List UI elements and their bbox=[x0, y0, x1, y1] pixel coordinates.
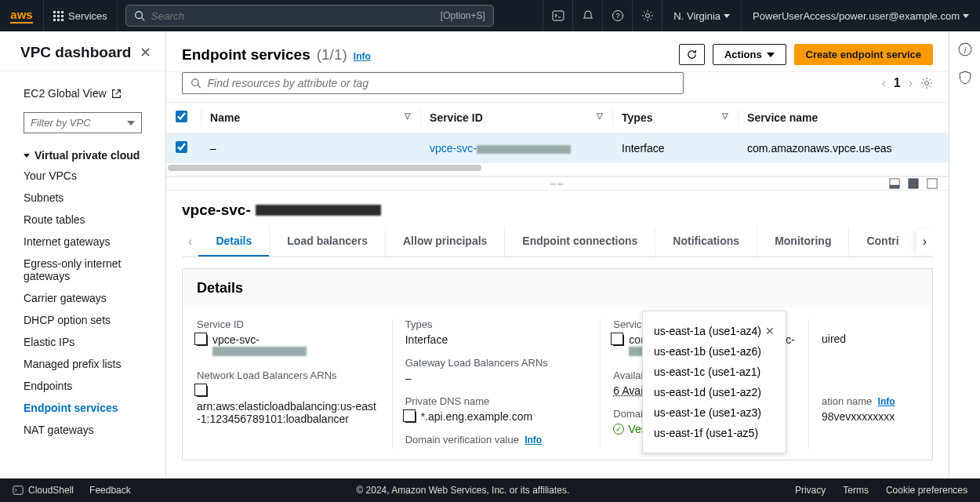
chevron-down-icon bbox=[724, 14, 730, 18]
services-menu[interactable]: Services bbox=[43, 0, 118, 31]
az-row: us-east-1e (use1-az3) bbox=[654, 402, 775, 423]
close-icon[interactable]: ✕ bbox=[140, 44, 151, 61]
tab[interactable]: Endpoint connections bbox=[504, 227, 655, 256]
prev-page-button[interactable]: ‹ bbox=[881, 76, 885, 90]
svg-rect-15 bbox=[13, 486, 23, 495]
tab[interactable]: Contri bbox=[848, 227, 916, 256]
account-menu[interactable]: PowerUserAccess/power.user@example.com bbox=[741, 0, 980, 31]
horizontal-scrollbar[interactable] bbox=[166, 163, 949, 176]
section-vpc[interactable]: Virtual private cloud bbox=[0, 146, 165, 165]
tab[interactable]: Load balancers bbox=[269, 227, 385, 256]
sidebar-item[interactable]: Route tables bbox=[0, 209, 165, 231]
settings-icon[interactable] bbox=[632, 0, 662, 31]
panel-bottom-icon[interactable] bbox=[889, 178, 900, 189]
service-id-link[interactable]: vpce-svc- bbox=[430, 142, 571, 155]
sidebar-item[interactable]: Subnets bbox=[0, 187, 165, 209]
info-link[interactable]: Info bbox=[354, 51, 371, 62]
filter-by-vpc[interactable]: Filter by VPC bbox=[24, 112, 142, 133]
sidebar-item[interactable]: Egress-only internet gateways bbox=[0, 253, 165, 287]
label-nlb-arns: Network Load Balancers ARNs bbox=[197, 369, 379, 381]
select-all-checkbox[interactable] bbox=[176, 111, 187, 122]
resource-filter[interactable] bbox=[182, 72, 684, 94]
cloudshell-link[interactable]: CloudShell bbox=[13, 485, 74, 496]
sidebar: VPC dashboard ✕ EC2 Global View Filter b… bbox=[0, 31, 166, 478]
col-name[interactable]: Name bbox=[210, 111, 240, 124]
label-dvn: ation name Info bbox=[822, 395, 906, 407]
privacy-link[interactable]: Privacy bbox=[795, 485, 826, 496]
az-row: us-east-1a (use1-az4)✕ bbox=[654, 321, 775, 341]
sort-icon[interactable]: ▽ bbox=[597, 111, 603, 120]
account-label: PowerUserAccess/power.user@example.com bbox=[753, 10, 960, 22]
filter-input[interactable] bbox=[208, 77, 675, 89]
info-link[interactable]: Info bbox=[878, 396, 895, 407]
refresh-button[interactable] bbox=[679, 44, 705, 65]
endpoint-services-table: Name▽ Service ID▽ Types▽ Service name – … bbox=[166, 102, 949, 176]
search-input[interactable] bbox=[151, 10, 308, 22]
tabs-scroll-left[interactable]: ‹ bbox=[182, 230, 198, 253]
actions-button[interactable]: Actions bbox=[713, 44, 786, 65]
sidebar-item[interactable]: Internet gateways bbox=[0, 231, 165, 253]
sidebar-item[interactable]: Endpoint services bbox=[0, 397, 165, 419]
row-checkbox[interactable] bbox=[176, 141, 187, 153]
help-icon[interactable]: ? bbox=[602, 0, 632, 31]
value-nlb-arns bbox=[197, 384, 379, 397]
refresh-icon bbox=[686, 49, 698, 60]
aws-logo[interactable]: aws bbox=[0, 0, 43, 31]
next-page-button[interactable]: › bbox=[909, 76, 913, 90]
chevron-down-icon bbox=[127, 121, 135, 126]
sidebar-item[interactable]: Carrier gateways bbox=[0, 287, 165, 309]
sidebar-item[interactable]: Endpoints bbox=[0, 375, 165, 397]
tabs-scroll-right[interactable]: › bbox=[916, 230, 933, 253]
value-service-id: vpce-svc- bbox=[197, 333, 379, 358]
feedback-link[interactable]: Feedback bbox=[89, 485, 131, 496]
cloudshell-icon[interactable] bbox=[543, 0, 572, 31]
info-icon[interactable]: i bbox=[958, 42, 972, 56]
sort-icon[interactable]: ▽ bbox=[722, 111, 728, 120]
col-service-name[interactable]: Service name bbox=[747, 111, 818, 124]
panel-splitter[interactable]: ══ bbox=[166, 176, 949, 191]
create-endpoint-service-button[interactable]: Create endpoint service bbox=[794, 44, 933, 65]
value-dvn: 98vevxxxxxxxx bbox=[822, 410, 906, 423]
tab[interactable]: Notifications bbox=[655, 227, 757, 256]
sidebar-title: VPC dashboard bbox=[20, 44, 131, 61]
info-link[interactable]: Info bbox=[524, 435, 542, 446]
sidebar-item[interactable]: NAT gateways bbox=[0, 419, 165, 441]
az-row: us-east-1f (use1-az5) bbox=[654, 423, 775, 443]
copy-icon[interactable] bbox=[197, 335, 208, 346]
notifications-icon[interactable] bbox=[572, 0, 602, 31]
sidebar-item[interactable]: Your VPCs bbox=[0, 165, 165, 187]
panel-close-icon[interactable] bbox=[927, 178, 938, 189]
sidebar-item[interactable]: Elastic IPs bbox=[0, 331, 165, 353]
services-label: Services bbox=[68, 10, 107, 22]
close-icon[interactable]: ✕ bbox=[765, 325, 775, 337]
col-service-id[interactable]: Service ID bbox=[430, 111, 483, 124]
section-label: Virtual private cloud bbox=[34, 149, 140, 162]
panel-full-icon[interactable] bbox=[908, 178, 919, 189]
ec2-global-view-link[interactable]: EC2 Global View bbox=[0, 82, 165, 104]
tab[interactable]: Allow principals bbox=[385, 227, 504, 256]
table-row[interactable]: – vpce-svc- Interface com.amazonaws.vpce… bbox=[166, 133, 949, 164]
copy-icon[interactable] bbox=[613, 335, 624, 346]
col-types[interactable]: Types bbox=[622, 111, 652, 124]
terms-link[interactable]: Terms bbox=[843, 485, 869, 496]
tab[interactable]: Details bbox=[198, 227, 269, 256]
global-search[interactable]: [Option+S] bbox=[125, 5, 494, 27]
value-gwlb: – bbox=[405, 372, 588, 384]
grid-icon bbox=[53, 11, 64, 21]
value-nlb-arn-text: arn:aws:elasticloadbalancing:us-east-1:1… bbox=[197, 400, 379, 425]
sidebar-item[interactable]: Managed prefix lists bbox=[0, 353, 165, 375]
region-selector[interactable]: N. Virginia bbox=[662, 0, 741, 31]
shield-icon[interactable] bbox=[958, 71, 972, 85]
svg-rect-11 bbox=[909, 179, 918, 188]
cell-service-name: com.amazonaws.vpce.us-eas bbox=[738, 133, 949, 164]
sort-icon[interactable]: ▽ bbox=[405, 111, 411, 120]
cookies-link[interactable]: Cookie preferences bbox=[886, 485, 967, 496]
details-box: Details Service ID vpce-svc- Network Loa… bbox=[182, 268, 933, 460]
gear-icon[interactable] bbox=[920, 77, 933, 89]
sidebar-item[interactable]: DHCP option sets bbox=[0, 309, 165, 331]
chevron-down-icon bbox=[963, 14, 969, 18]
label-dvv: Domain verification value Info bbox=[405, 434, 588, 446]
tab[interactable]: Monitoring bbox=[757, 227, 848, 256]
copy-icon[interactable] bbox=[197, 386, 208, 397]
copy-icon[interactable] bbox=[405, 412, 416, 423]
